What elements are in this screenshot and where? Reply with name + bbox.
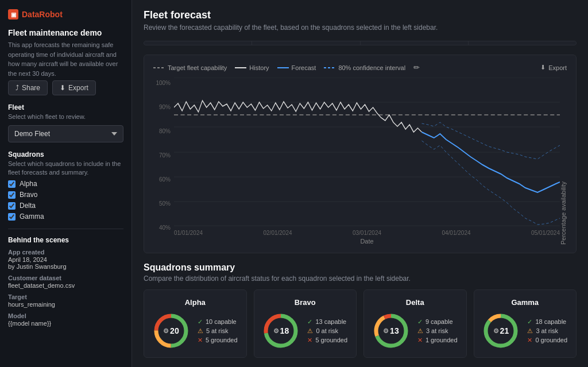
squadron-checkbox-item: Gamma <box>8 213 123 221</box>
model-label: Model <box>8 312 123 319</box>
chart-svg-wrap: 01/01/2024 02/01/2024 03/01/2024 04/01/2… <box>174 78 560 245</box>
legend-forecast: Forecast <box>277 64 316 71</box>
capable-label: 13 capable <box>315 318 346 325</box>
squad-stat-grounded: ✕ 1 grounded <box>417 337 458 344</box>
gear-icon: ⚙ <box>273 327 279 335</box>
risk-icon: ⚠ <box>307 327 313 335</box>
squadron-checkbox[interactable] <box>8 191 16 199</box>
chart-legend: Target fleet capability History Forecast… <box>153 63 420 72</box>
squadron-checkbox[interactable] <box>8 180 16 188</box>
legend-confidence-line <box>324 67 335 68</box>
squad-stat-grounded: ✕ 0 grounded <box>527 337 567 344</box>
squadron-card: Bravo ⚙ 18 ✓ 13 capable <box>254 289 357 358</box>
chart-area: 100% 90% 80% 70% 60% 50% 40% <box>153 78 567 245</box>
capable-icon: ✓ <box>527 318 532 326</box>
grounded-label: 5 grounded <box>315 337 347 343</box>
squad-stats: ✓ 18 capable ⚠ 3 at risk ✕ 0 grounded <box>527 318 567 344</box>
capable-icon: ✓ <box>307 318 312 326</box>
share-icon: ⤴ <box>16 84 19 92</box>
squad-stat-risk: ⚠ 3 at risk <box>527 327 567 335</box>
fleet-select[interactable]: Demo Fleet <box>8 125 123 142</box>
legend-history-line <box>235 67 246 68</box>
squadrons-section-sub: Select which squadrons to include in the… <box>8 160 123 177</box>
gear-icon: ⚙ <box>383 327 389 335</box>
stat-card: Forecasted capability 30-day avg. 78% 3 … <box>469 41 576 45</box>
gear-icon: ⚙ <box>493 327 499 335</box>
capable-label: 9 capable <box>425 318 453 325</box>
squadron-card-name: Gamma <box>511 298 539 307</box>
risk-icon: ⚠ <box>527 327 533 335</box>
squad-stat-grounded: ✕ 5 grounded <box>307 337 347 344</box>
target-value: hours_remaining <box>8 301 123 308</box>
logo-icon: ▣ <box>8 9 18 20</box>
donut-center: ⚙ 13 <box>383 326 399 335</box>
export-chart-button[interactable]: ⬇ Export <box>540 64 567 71</box>
squadron-card-name: Alpha <box>185 298 206 307</box>
fleet-section-sub: Select which fleet to review. <box>8 113 123 121</box>
donut-center: ⚙ 21 <box>493 326 509 335</box>
squadron-checkbox-item: Bravo <box>8 191 123 199</box>
page-header: Fleet forecast Review the forecasted cap… <box>144 9 577 32</box>
squadron-checkbox-item: Alpha <box>8 180 123 188</box>
page-desc: Review the forecasted capability of the … <box>144 24 577 32</box>
donut-chart: ⚙ 13 <box>373 312 409 349</box>
capable-label: 18 capable <box>535 318 566 325</box>
app-created-value: April 18, 2024by Justin Swansburg <box>8 256 123 270</box>
squad-stat-capable: ✓ 9 capable <box>417 318 458 326</box>
squad-stat-risk: ⚠ 5 at risk <box>198 327 238 335</box>
donut-row: ⚙ 21 ✓ 18 capable ⚠ 3 at risk ✕ 0 ground… <box>482 312 567 349</box>
app-title: Fleet maintenance demo <box>8 28 123 38</box>
squadron-checkbox[interactable] <box>8 202 16 210</box>
legend-target: Target fleet capability <box>153 64 227 71</box>
export-icon-sidebar: ⬇ <box>60 84 65 92</box>
sidebar: ▣ DataRobot Fleet maintenance demo This … <box>0 0 132 367</box>
stat-card: Fleet size 72 aircraft 4/4 squadrons sel… <box>144 41 252 45</box>
chart-container: Target fleet capability History Forecast… <box>144 55 577 253</box>
legend-forecast-line <box>277 67 289 68</box>
risk-label: 5 at risk <box>206 327 229 334</box>
behind-title: Behind the scenes <box>8 236 123 244</box>
squadron-checkbox-label: Alpha <box>20 180 37 188</box>
squadron-checkbox[interactable] <box>8 213 16 221</box>
grounded-icon: ✕ <box>527 337 532 344</box>
model-value: {{model name}} <box>8 320 123 327</box>
squad-stat-capable: ✓ 18 capable <box>527 318 567 326</box>
squad-stat-grounded: ✕ 5 grounded <box>198 337 238 344</box>
logo: ▣ DataRobot <box>8 9 123 20</box>
squad-stat-capable: ✓ 10 capable <box>198 318 238 326</box>
squad-stats: ✓ 10 capable ⚠ 5 at risk ✕ 5 grounded <box>198 318 238 344</box>
donut-total: 21 <box>500 326 509 335</box>
squadrons-section-label: Squadrons <box>8 150 123 159</box>
donut-total: 18 <box>280 326 289 335</box>
stat-card: Target capability 85% 61 aircraft <box>252 41 359 45</box>
donut-center: ⚙ 18 <box>273 326 289 335</box>
squadrons-section: Squadrons summary Compare the distributi… <box>144 262 577 358</box>
edit-icon[interactable]: ✏ <box>413 63 420 72</box>
capable-label: 10 capable <box>206 318 237 325</box>
squadron-checkbox-item: Delta <box>8 202 123 210</box>
squadron-card: Delta ⚙ 13 ✓ 9 capable <box>363 289 467 358</box>
grounded-icon: ✕ <box>417 337 423 344</box>
risk-label: 3 at risk <box>426 327 448 334</box>
chart-header: Target fleet capability History Forecast… <box>153 63 567 72</box>
grounded-label: 0 grounded <box>535 337 567 343</box>
grounded-label: 1 grounded <box>425 337 458 343</box>
squadron-checkbox-label: Bravo <box>20 191 37 199</box>
share-button[interactable]: ⤴ Share <box>8 80 48 95</box>
export-button-sidebar[interactable]: ⬇ Export <box>52 80 96 95</box>
donut-row: ⚙ 20 ✓ 10 capable ⚠ 5 at risk ✕ 5 ground… <box>153 312 238 349</box>
legend-history: History <box>235 64 269 71</box>
export-chart-icon: ⬇ <box>540 64 546 71</box>
squadron-card-name: Delta <box>406 298 424 307</box>
customer-dataset-label: Customer dataset <box>8 275 123 281</box>
squad-stat-capable: ✓ 13 capable <box>307 318 347 326</box>
squad-stats: ✓ 13 capable ⚠ 0 at risk ✕ 5 grounded <box>307 318 347 344</box>
donut-row: ⚙ 18 ✓ 13 capable ⚠ 0 at risk ✕ 5 ground… <box>262 312 347 349</box>
x-axis-labels: 01/01/2024 02/01/2024 03/01/2024 04/01/2… <box>174 229 560 236</box>
squadron-card: Gamma ⚙ 21 ✓ 18 capable <box>474 289 577 358</box>
squadrons-desc: Compare the distribution of aircraft sta… <box>144 275 577 283</box>
capable-icon: ✓ <box>417 318 423 326</box>
legend-confidence: 80% confidence interval <box>324 64 405 71</box>
squadron-checkbox-label: Delta <box>20 202 36 210</box>
risk-label: 0 at risk <box>316 327 338 334</box>
